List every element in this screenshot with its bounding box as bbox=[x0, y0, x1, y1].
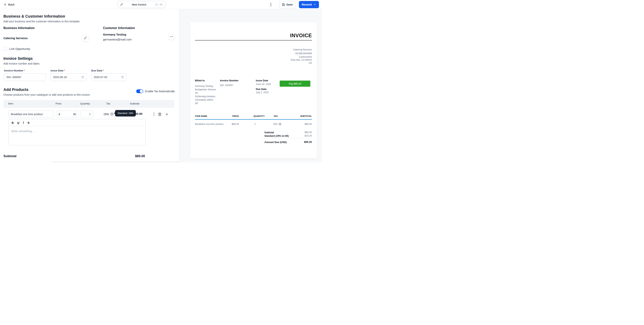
invoice-number-field: Invoice Number* bbox=[4, 69, 46, 81]
company-address-line1: Cantonment bbox=[291, 55, 312, 59]
top-bar: Back New Invoice 11 / 40 Save Rese bbox=[0, 0, 322, 9]
strikethrough-icon[interactable]: S bbox=[28, 121, 30, 124]
company-name: Catering Services bbox=[291, 48, 312, 52]
trash-icon bbox=[158, 113, 162, 116]
preview-tax-label: Standard (19% on 80) bbox=[264, 135, 288, 137]
preview-col-subtotal: SUBTOTAL bbox=[291, 115, 312, 117]
page-title: Business & Customer Information bbox=[4, 14, 175, 19]
tax-tooltip: Standard: 19% bbox=[115, 110, 136, 117]
company-address-line2: Palo Alto, CA 94020 bbox=[291, 59, 312, 62]
preview-invoice-number-label: Invoice Number bbox=[220, 79, 239, 82]
invoice-preview-card: INVOICE Catering Services +919902944595 … bbox=[190, 22, 317, 158]
title-divider bbox=[195, 40, 312, 41]
currency-prefix: $ bbox=[58, 113, 60, 116]
calendar-icon bbox=[81, 76, 84, 79]
preview-amount-due-value: $95.20 bbox=[304, 141, 312, 143]
required-marker: * bbox=[24, 69, 25, 72]
chevron-down-icon bbox=[314, 3, 316, 6]
info-icon[interactable] bbox=[110, 113, 114, 116]
invoice-number-input[interactable] bbox=[6, 76, 44, 79]
preview-due-date-label: Due Date bbox=[256, 88, 266, 91]
kebab-icon bbox=[154, 113, 154, 116]
due-date-field: Due Date* 2025-07-02 bbox=[91, 69, 126, 81]
price-input[interactable] bbox=[60, 113, 76, 116]
bold-icon[interactable]: B bbox=[12, 121, 14, 124]
billed-to-address: Germany Testing Budapester Strasse 29 Sc… bbox=[195, 84, 220, 105]
italic-icon[interactable]: I bbox=[23, 121, 24, 124]
link-opportunity-checkbox[interactable] bbox=[4, 47, 7, 51]
company-address-block: Catering Services +919902944595 Cantonme… bbox=[291, 48, 312, 65]
link-opportunity-row: Link Opportunity bbox=[4, 47, 175, 51]
column-header-quantity: Quantity bbox=[80, 102, 90, 105]
edit-business-button[interactable] bbox=[82, 34, 89, 42]
price-field[interactable]: $ bbox=[56, 111, 78, 118]
invoice-pill-title: New Invoice bbox=[123, 3, 155, 6]
billed-to-label: Billed to bbox=[195, 79, 205, 82]
invoice-title-pill[interactable]: New Invoice 11 / 40 bbox=[117, 1, 166, 8]
save-label: Save bbox=[286, 3, 293, 6]
preview-due-date-value: July 2, 2025 bbox=[256, 91, 268, 94]
preview-subtotal-value: $80.00 bbox=[305, 131, 312, 134]
resend-button[interactable]: Resend bbox=[299, 1, 319, 8]
invoice-document-title: INVOICE bbox=[290, 33, 312, 39]
preview-tax-value: $15.20 bbox=[305, 134, 312, 137]
preview-amount-due-label: Amount Due (USD) bbox=[264, 141, 287, 144]
add-row-button[interactable] bbox=[164, 112, 169, 117]
due-date-label: Due Date bbox=[91, 69, 102, 72]
invoice-settings-heading: Invoice Settings bbox=[4, 56, 175, 61]
column-header-tax: Tax bbox=[106, 102, 110, 105]
required-marker: * bbox=[103, 69, 104, 72]
preview-issue-date-value: June 18, 2025 bbox=[256, 83, 271, 86]
issue-date-input[interactable]: 2025-06-18 bbox=[50, 73, 86, 81]
enable-tax-toggle[interactable] bbox=[136, 89, 143, 93]
pay-button[interactable]: Pay $95.20 bbox=[280, 81, 310, 87]
add-products-subtitle: Choose products from your catalogue or a… bbox=[4, 93, 175, 96]
page-subtitle: Add your business and the customer infor… bbox=[4, 20, 175, 23]
preview-col-price: PRICE bbox=[220, 115, 239, 117]
invoice-pill-counter: 11 / 40 bbox=[155, 3, 162, 6]
column-header-price: Price bbox=[56, 102, 62, 105]
preview-item-tax: 19% bbox=[273, 123, 281, 125]
horizontal-scrollbar[interactable] bbox=[52, 161, 179, 163]
preview-item-name: Breakfast one time product bbox=[195, 123, 224, 125]
info-icon bbox=[279, 123, 281, 125]
pencil-icon bbox=[120, 3, 123, 6]
issue-date-label: Issue Date bbox=[50, 69, 64, 72]
top-bar-actions: Save Resend bbox=[268, 1, 319, 8]
link-opportunity-label: Link Opportunity bbox=[9, 47, 30, 50]
business-customer-grid: Business Information Catering Services C… bbox=[4, 26, 175, 42]
preview-item-price: $80.00 bbox=[220, 123, 239, 125]
resend-label: Resend bbox=[302, 3, 312, 6]
invoice-settings-subtitle: Add invoice number and dates bbox=[4, 62, 175, 65]
company-country: US bbox=[291, 62, 312, 65]
customer-menu-button[interactable] bbox=[168, 34, 175, 40]
preview-invoice-number-value: INV- 000097 bbox=[220, 84, 233, 87]
business-info-heading: Business Information bbox=[4, 26, 103, 30]
required-marker: * bbox=[64, 69, 65, 72]
description-editor: B U I S Write something ... bbox=[8, 119, 146, 145]
underline-icon[interactable]: U bbox=[17, 121, 19, 124]
due-date-input[interactable]: 2025-07-02 bbox=[91, 73, 126, 81]
products-table-header: Item Price Quantity Tax Subtotal bbox=[4, 100, 174, 108]
back-button[interactable]: Back bbox=[4, 0, 14, 9]
more-options-button[interactable] bbox=[268, 1, 274, 8]
company-phone: +919902944595 bbox=[291, 52, 312, 55]
description-textarea[interactable]: Write something ... bbox=[8, 126, 145, 139]
customer-info-heading: Customer Information bbox=[103, 26, 175, 30]
item-name-input[interactable] bbox=[11, 113, 51, 116]
invoice-number-label: Invoice Number bbox=[4, 69, 23, 72]
delete-row-button[interactable] bbox=[157, 112, 162, 117]
quantity-input[interactable] bbox=[83, 113, 90, 116]
kebab-icon bbox=[270, 3, 271, 6]
invoice-editor-panel: Business & Customer Information Add your… bbox=[0, 9, 179, 163]
totals-divider bbox=[260, 138, 312, 138]
save-button[interactable]: Save bbox=[279, 1, 296, 8]
preview-issue-date-label: Issue Date bbox=[256, 79, 268, 82]
chevron-left-icon bbox=[4, 3, 7, 6]
invoice-subtotal-row: Subtotal $80.00 bbox=[4, 154, 175, 159]
column-header-item: Item bbox=[8, 102, 13, 105]
customer-email: germantest@mail.com bbox=[103, 38, 132, 41]
row-menu-button[interactable] bbox=[152, 112, 156, 117]
enable-tax-label: Enable Tax Automatically bbox=[145, 90, 175, 93]
preview-col-quantity: QUANTITY bbox=[254, 115, 265, 117]
